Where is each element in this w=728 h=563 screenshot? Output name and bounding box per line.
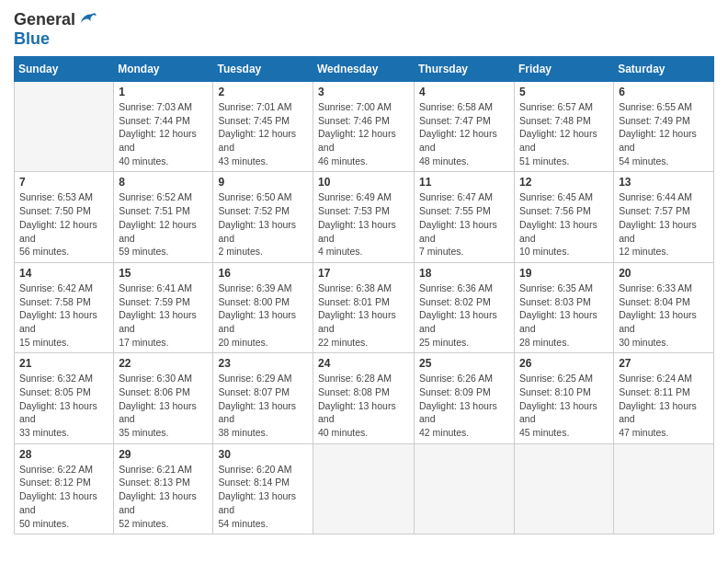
day-info: Sunrise: 6:26 AMSunset: 8:09 PMDaylight:…	[419, 372, 509, 439]
calendar-cell: 1Sunrise: 7:03 AMSunset: 7:44 PMDaylight…	[114, 82, 213, 172]
day-number: 3	[318, 86, 409, 98]
calendar-cell: 23Sunrise: 6:29 AMSunset: 8:07 PMDayligh…	[213, 353, 313, 443]
day-info: Sunrise: 6:41 AMSunset: 7:59 PMDaylight:…	[119, 282, 208, 349]
calendar-cell: 28Sunrise: 6:22 AMSunset: 8:12 PMDayligh…	[15, 443, 114, 534]
day-info: Sunrise: 6:50 AMSunset: 7:52 PMDaylight:…	[218, 190, 308, 258]
day-info: Sunrise: 6:20 AMSunset: 8:14 PMDaylight:…	[218, 463, 308, 530]
calendar-cell: 20Sunrise: 6:33 AMSunset: 8:04 PMDayligh…	[614, 262, 714, 352]
day-number: 5	[519, 86, 609, 98]
day-number: 1	[119, 86, 208, 98]
calendar-cell: 13Sunrise: 6:44 AMSunset: 7:57 PMDayligh…	[614, 172, 714, 262]
calendar-table: SundayMondayTuesdayWednesdayThursdayFrid…	[14, 56, 714, 534]
day-number: 15	[119, 267, 208, 280]
day-number: 12	[519, 176, 609, 189]
logo-bird-icon	[77, 9, 97, 29]
calendar-cell: 7Sunrise: 6:53 AMSunset: 7:50 PMDaylight…	[15, 172, 114, 262]
calendar-cell: 25Sunrise: 6:26 AMSunset: 8:09 PMDayligh…	[415, 353, 515, 443]
day-info: Sunrise: 7:03 AMSunset: 7:44 PMDaylight:…	[119, 100, 208, 167]
day-number: 16	[218, 267, 308, 280]
calendar-header-row: SundayMondayTuesdayWednesdayThursdayFrid…	[15, 57, 714, 82]
day-number: 20	[619, 267, 709, 280]
day-info: Sunrise: 6:49 AMSunset: 7:53 PMDaylight:…	[318, 190, 409, 258]
calendar-cell	[15, 82, 114, 172]
calendar-cell: 9Sunrise: 6:50 AMSunset: 7:52 PMDaylight…	[213, 172, 313, 262]
day-of-week-header: Friday	[515, 57, 614, 82]
calendar-cell: 18Sunrise: 6:36 AMSunset: 8:02 PMDayligh…	[415, 262, 515, 352]
day-number: 23	[218, 357, 308, 370]
day-of-week-header: Tuesday	[213, 57, 313, 82]
day-number: 9	[218, 176, 308, 189]
day-number: 11	[419, 176, 509, 189]
logo-general-text: General	[14, 10, 75, 29]
calendar-cell: 16Sunrise: 6:39 AMSunset: 8:00 PMDayligh…	[213, 262, 313, 352]
day-info: Sunrise: 6:29 AMSunset: 8:07 PMDaylight:…	[218, 372, 308, 439]
calendar-cell: 10Sunrise: 6:49 AMSunset: 7:53 PMDayligh…	[313, 172, 415, 262]
day-info: Sunrise: 6:36 AMSunset: 8:02 PMDaylight:…	[419, 282, 509, 349]
calendar-cell: 17Sunrise: 6:38 AMSunset: 8:01 PMDayligh…	[313, 262, 415, 352]
day-info: Sunrise: 7:00 AMSunset: 7:46 PMDaylight:…	[318, 100, 409, 167]
day-info: Sunrise: 7:01 AMSunset: 7:45 PMDaylight:…	[218, 100, 308, 167]
calendar-cell: 19Sunrise: 6:35 AMSunset: 8:03 PMDayligh…	[515, 262, 614, 352]
day-number: 26	[519, 357, 609, 370]
day-number: 27	[619, 357, 709, 370]
calendar-cell: 22Sunrise: 6:30 AMSunset: 8:06 PMDayligh…	[114, 353, 213, 443]
calendar-cell: 14Sunrise: 6:42 AMSunset: 7:58 PMDayligh…	[15, 262, 114, 352]
day-of-week-header: Monday	[114, 57, 213, 82]
day-number: 2	[218, 86, 308, 98]
day-info: Sunrise: 6:24 AMSunset: 8:11 PMDaylight:…	[619, 372, 709, 439]
day-number: 10	[318, 176, 409, 189]
day-info: Sunrise: 6:45 AMSunset: 7:56 PMDaylight:…	[519, 190, 609, 258]
day-info: Sunrise: 6:47 AMSunset: 7:55 PMDaylight:…	[419, 190, 509, 258]
calendar-week-row: 28Sunrise: 6:22 AMSunset: 8:12 PMDayligh…	[15, 443, 714, 534]
page-header: General Blue	[14, 9, 714, 49]
calendar-week-row: 1Sunrise: 7:03 AMSunset: 7:44 PMDaylight…	[15, 82, 714, 172]
calendar-cell	[614, 443, 714, 534]
calendar-cell: 4Sunrise: 6:58 AMSunset: 7:47 PMDaylight…	[415, 82, 515, 172]
day-number: 14	[19, 267, 108, 280]
day-number: 30	[218, 448, 308, 461]
day-info: Sunrise: 6:38 AMSunset: 8:01 PMDaylight:…	[318, 282, 409, 349]
calendar-cell: 11Sunrise: 6:47 AMSunset: 7:55 PMDayligh…	[415, 172, 515, 262]
day-info: Sunrise: 6:53 AMSunset: 7:50 PMDaylight:…	[19, 190, 108, 258]
day-number: 7	[19, 176, 108, 189]
calendar-cell: 6Sunrise: 6:55 AMSunset: 7:49 PMDaylight…	[614, 82, 714, 172]
logo-blue-text: Blue	[14, 29, 50, 49]
day-number: 4	[419, 86, 509, 98]
calendar-cell: 8Sunrise: 6:52 AMSunset: 7:51 PMDaylight…	[114, 172, 213, 262]
day-of-week-header: Thursday	[415, 57, 515, 82]
calendar-cell: 15Sunrise: 6:41 AMSunset: 7:59 PMDayligh…	[114, 262, 213, 352]
day-number: 25	[419, 357, 509, 370]
day-info: Sunrise: 6:30 AMSunset: 8:06 PMDaylight:…	[119, 372, 208, 439]
calendar-cell: 27Sunrise: 6:24 AMSunset: 8:11 PMDayligh…	[614, 353, 714, 443]
calendar-cell: 30Sunrise: 6:20 AMSunset: 8:14 PMDayligh…	[213, 443, 313, 534]
calendar-cell: 12Sunrise: 6:45 AMSunset: 7:56 PMDayligh…	[515, 172, 614, 262]
calendar-week-row: 7Sunrise: 6:53 AMSunset: 7:50 PMDaylight…	[15, 172, 714, 262]
day-number: 29	[119, 448, 208, 461]
calendar-cell: 21Sunrise: 6:32 AMSunset: 8:05 PMDayligh…	[15, 353, 114, 443]
calendar-cell	[313, 443, 415, 534]
calendar-cell	[415, 443, 515, 534]
day-number: 24	[318, 357, 409, 370]
calendar-cell: 5Sunrise: 6:57 AMSunset: 7:48 PMDaylight…	[515, 82, 614, 172]
day-info: Sunrise: 6:22 AMSunset: 8:12 PMDaylight:…	[19, 463, 108, 530]
calendar-cell: 24Sunrise: 6:28 AMSunset: 8:08 PMDayligh…	[313, 353, 415, 443]
day-info: Sunrise: 6:25 AMSunset: 8:10 PMDaylight:…	[519, 372, 609, 439]
day-info: Sunrise: 6:28 AMSunset: 8:08 PMDaylight:…	[318, 372, 409, 439]
day-info: Sunrise: 6:33 AMSunset: 8:04 PMDaylight:…	[619, 282, 709, 349]
day-number: 18	[419, 267, 509, 280]
day-number: 17	[318, 267, 409, 280]
day-of-week-header: Saturday	[614, 57, 714, 82]
day-number: 28	[19, 448, 108, 461]
logo: General Blue	[14, 9, 97, 49]
day-number: 6	[619, 86, 709, 98]
day-info: Sunrise: 6:57 AMSunset: 7:48 PMDaylight:…	[519, 100, 609, 167]
day-info: Sunrise: 6:35 AMSunset: 8:03 PMDaylight:…	[519, 282, 609, 349]
day-of-week-header: Sunday	[15, 57, 114, 82]
day-info: Sunrise: 6:32 AMSunset: 8:05 PMDaylight:…	[19, 372, 108, 439]
day-info: Sunrise: 6:42 AMSunset: 7:58 PMDaylight:…	[19, 282, 108, 349]
calendar-cell: 26Sunrise: 6:25 AMSunset: 8:10 PMDayligh…	[515, 353, 614, 443]
day-number: 8	[119, 176, 208, 189]
calendar-cell: 29Sunrise: 6:21 AMSunset: 8:13 PMDayligh…	[114, 443, 213, 534]
day-number: 21	[19, 357, 108, 370]
calendar-cell: 2Sunrise: 7:01 AMSunset: 7:45 PMDaylight…	[213, 82, 313, 172]
